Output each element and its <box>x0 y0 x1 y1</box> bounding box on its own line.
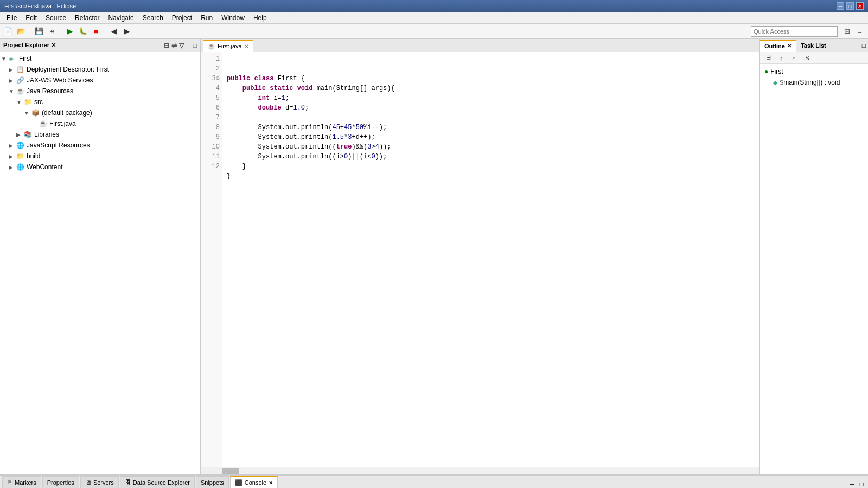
tree-label-deployment: Deployment Descriptor: First <box>27 66 109 73</box>
tree-label-java-resources: Java Resources <box>27 87 73 95</box>
tree-item-jaxws[interactable]: ▶ 🔗 JAX-WS Web Services <box>0 75 200 86</box>
toolbar-sep-2 <box>61 27 61 36</box>
editor-container[interactable]: 1 2 3⊙ 4 5 6 7 8 9 10 11 12 public class… <box>201 52 760 467</box>
tree-item-webcontent[interactable]: ▶ 🌐 WebContent <box>0 162 200 172</box>
save-button[interactable]: 💾 <box>33 25 45 37</box>
toolbar-sep-1 <box>30 27 30 36</box>
menu-search[interactable]: Search <box>138 13 168 23</box>
bottom-minimize-icon[interactable]: ─ <box>847 480 857 488</box>
jaxws-icon: 🔗 <box>16 76 25 84</box>
outline-minimize-icon[interactable]: ─ <box>856 42 861 49</box>
tab-label-servers: Servers <box>93 479 114 486</box>
tab-datasource[interactable]: 🗄 Data Source Explorer <box>120 476 195 488</box>
debug-button[interactable]: 🐛 <box>77 25 89 37</box>
views-button[interactable]: ≡ <box>854 25 866 37</box>
tab-outline[interactable]: Outline ✕ <box>760 40 796 52</box>
maximize-button[interactable]: □ <box>846 2 854 10</box>
tab-tasklist[interactable]: Task List <box>796 40 831 52</box>
maximize-panel-icon[interactable]: □ <box>193 42 197 49</box>
tree-label-firstjava: First.java <box>49 120 76 127</box>
tab-close-button[interactable]: ✕ <box>244 43 248 49</box>
tree-item-libraries[interactable]: ▶ 📚 Libraries <box>0 129 200 140</box>
libraries-icon: 📚 <box>24 131 33 138</box>
editor-scrollbar-bottom[interactable] <box>201 467 760 474</box>
outline-maximize-icon[interactable]: □ <box>862 42 866 49</box>
tree-item-java-resources[interactable]: ▼ ☕ Java Resources <box>0 86 200 97</box>
run-button[interactable]: ▶ <box>64 25 76 37</box>
tab-markers[interactable]: ⚑ Markers <box>2 476 41 488</box>
tree-item-deployment[interactable]: ▶ 📋 Deployment Descriptor: First <box>0 64 200 75</box>
tree-item-build[interactable]: ▶ 📁 build <box>0 151 200 162</box>
tree-item-src[interactable]: ▼ 📁 src <box>0 97 200 107</box>
main-layout: Project Explorer ✕ ⊟ ⇌ ▽ ─ □ ▼ ◈ First ▶… <box>0 39 868 474</box>
menu-help[interactable]: Help <box>249 13 271 23</box>
menu-edit[interactable]: Edit <box>21 13 41 23</box>
tree-label-webcontent: WebContent <box>27 163 63 171</box>
arrow-icon: ▶ <box>9 143 16 149</box>
new-button[interactable]: 📄 <box>2 25 14 37</box>
outline-tab-label: Outline <box>764 43 785 49</box>
title-text: First/src/First.java - Eclipse <box>4 3 76 9</box>
tab-label-markers: Markers <box>15 479 36 486</box>
console-icon: ⬛ <box>235 479 242 486</box>
hide-static-btn[interactable]: S <box>801 52 813 64</box>
class-icon: ● <box>764 68 768 75</box>
arrow-icon: ▼ <box>16 99 24 105</box>
link-icon[interactable]: ⇌ <box>171 42 177 49</box>
hide-fields-btn[interactable]: ▫ <box>788 52 800 64</box>
console-tab-close[interactable]: ✕ <box>269 480 273 486</box>
forward-button[interactable]: ▶ <box>121 25 133 37</box>
tab-properties[interactable]: Properties <box>42 476 79 488</box>
arrow-icon: ▶ <box>9 153 16 159</box>
java-file-icon: ☕ <box>39 120 48 127</box>
outline-class-first[interactable]: ● First <box>762 66 866 77</box>
menu-icon[interactable]: ▽ <box>179 42 184 49</box>
tree-item-first[interactable]: ▼ ◈ First <box>0 53 200 64</box>
outline-method-main[interactable]: ◆ S main(String[]) : void <box>762 77 866 88</box>
toolbar: 📄 📂 💾 🖨 ▶ 🐛 ■ ◀ ▶ ⊞ ≡ <box>0 24 868 39</box>
menu-navigate[interactable]: Navigate <box>104 13 138 23</box>
perspectives-button[interactable]: ⊞ <box>841 25 853 37</box>
build-icon: 📁 <box>16 152 25 160</box>
sort-btn[interactable]: ↕ <box>775 52 787 64</box>
collapse-all-btn[interactable]: ⊟ <box>762 52 774 64</box>
quick-access-input[interactable] <box>751 26 838 37</box>
tab-console[interactable]: ⬛ Console ✕ <box>230 476 278 488</box>
outline-content: ● First ◆ S main(String[]) : void <box>760 64 868 474</box>
menu-window[interactable]: Window <box>217 13 249 23</box>
print-button[interactable]: 🖨 <box>46 25 58 37</box>
tab-label-datasource: Data Source Explorer <box>133 479 190 486</box>
editor-tab-firstjava[interactable]: ☕ First.java ✕ <box>203 40 253 52</box>
line-numbers: 1 2 3⊙ 4 5 6 7 8 9 10 11 12 <box>201 52 222 467</box>
arrow-icon: ▼ <box>24 110 31 116</box>
package-icon: 📦 <box>31 109 40 117</box>
datasource-icon: 🗄 <box>125 479 131 486</box>
menu-file[interactable]: File <box>2 13 21 23</box>
menu-project[interactable]: Project <box>168 13 196 23</box>
webcontent-icon: 🌐 <box>16 163 25 171</box>
tree-label-first: First <box>19 55 31 62</box>
outline-toolbar: ⊟ ↕ ▫ S <box>760 52 868 64</box>
collapse-icon[interactable]: ⊟ <box>164 42 169 49</box>
tree-item-default-pkg[interactable]: ▼ 📦 (default package) <box>0 107 200 118</box>
bottom-maximize-icon[interactable]: □ <box>858 480 866 488</box>
minimize-button[interactable]: ─ <box>837 2 844 10</box>
code-content[interactable]: public class First { public static void … <box>222 52 760 467</box>
outline-tab-close[interactable]: ✕ <box>787 43 792 49</box>
tasklist-tab-label: Task List <box>801 42 826 49</box>
tree-item-firstjava[interactable]: ☕ First.java <box>0 118 200 129</box>
stop-button[interactable]: ■ <box>90 25 102 37</box>
editor-area: ☕ First.java ✕ 1 2 3⊙ 4 5 6 7 8 9 10 11 … <box>201 39 760 474</box>
menu-run[interactable]: Run <box>196 13 217 23</box>
open-button[interactable]: 📂 <box>15 25 27 37</box>
close-button[interactable]: ✕ <box>856 2 864 10</box>
bottom-tabs: ⚑ Markers Properties 🖥 Servers 🗄 Data So… <box>0 476 868 488</box>
back-button[interactable]: ◀ <box>108 25 120 37</box>
tree-item-js-resources[interactable]: ▶ 🌐 JavaScript Resources <box>0 140 200 151</box>
outline-tabs: Outline ✕ Task List ─ □ <box>760 39 868 52</box>
tab-servers[interactable]: 🖥 Servers <box>80 476 119 488</box>
menu-source[interactable]: Source <box>41 13 71 23</box>
menu-refactor[interactable]: Refactor <box>71 13 104 23</box>
minimize-panel-icon[interactable]: ─ <box>186 42 191 49</box>
tab-snippets[interactable]: Snippets <box>196 476 229 488</box>
